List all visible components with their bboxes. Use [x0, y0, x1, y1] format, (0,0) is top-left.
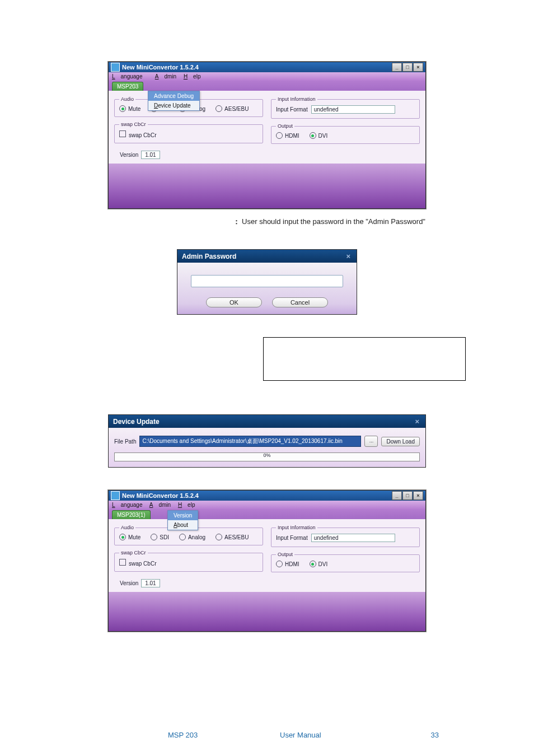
update-dialog-title: Device Update: [113, 418, 160, 426]
maximize-button[interactable]: □: [402, 63, 413, 72]
menu-item-version[interactable]: Version: [168, 511, 198, 520]
cancel-button[interactable]: Cancel: [272, 297, 328, 307]
page-footer: MSP 203 User Manual 33: [0, 731, 534, 739]
password-input[interactable]: [191, 275, 343, 287]
close-icon[interactable]: ×: [344, 252, 352, 260]
legend-output: Output: [276, 552, 294, 557]
menubar: Language Admin Help: [109, 72, 425, 81]
radio-hdmi[interactable]: HDMI: [276, 561, 299, 567]
minimize-button[interactable]: _: [392, 63, 402, 72]
radio-dvi[interactable]: DVI: [310, 132, 328, 139]
legend-swap: swap CbCr: [119, 122, 148, 127]
menu-help[interactable]: Help: [178, 502, 195, 508]
titlebar[interactable]: New MiniConvertor 1.5.2.4 _ □ ×: [109, 62, 425, 72]
footer-center: User Manual: [280, 731, 405, 739]
radio-sdi[interactable]: SDI: [151, 534, 169, 540]
value-input-format: undefined: [311, 105, 395, 114]
close-button[interactable]: ×: [413, 491, 423, 500]
radio-mute[interactable]: Mute: [119, 534, 140, 540]
menu-admin[interactable]: Admin: [155, 73, 176, 80]
app-icon: [111, 63, 120, 72]
radio-hdmi[interactable]: HDMI: [276, 132, 299, 139]
maximize-button[interactable]: □: [402, 491, 413, 500]
ok-button[interactable]: OK: [206, 297, 262, 307]
menu-language[interactable]: Language: [112, 73, 148, 80]
footer-left: MSP 203: [168, 731, 280, 739]
help-dropdown: Version About: [167, 510, 198, 530]
titlebar[interactable]: New MiniConvertor 1.5.2.4 _ □ ×: [109, 491, 425, 501]
device-update-dialog: Device Update × File Path C:\Documents a…: [108, 414, 426, 468]
legend-swap: swap CbCr: [119, 550, 148, 556]
menu-help[interactable]: Help: [184, 73, 201, 80]
window-title: New MiniConvertor 1.5.2.4: [122, 492, 199, 499]
admin-dialog-titlebar[interactable]: Admin Password ×: [177, 250, 357, 263]
app-icon: [111, 491, 120, 500]
radio-aesebu[interactable]: AES/EBU: [216, 105, 249, 112]
progress-bar: 0%: [114, 452, 420, 461]
group-output: Output HDMI DVI: [271, 123, 420, 144]
group-output: Output HDMI DVI: [271, 552, 420, 572]
menu-item-device-update[interactable]: Device Update: [148, 101, 199, 110]
caption-colon: ：: [233, 217, 240, 226]
checkbox-swap[interactable]: swap CbCr: [119, 130, 156, 138]
radio-aesebu[interactable]: AES/EBU: [216, 534, 249, 540]
menu-item-advance-debug[interactable]: Advance Debug: [148, 91, 199, 101]
group-swap: swap CbCr swap CbCr: [114, 550, 263, 572]
file-path-input[interactable]: C:\Documents and Settings\Administrator\…: [139, 436, 361, 447]
legend-audio: Audio: [119, 96, 135, 102]
menu-item-about[interactable]: About: [168, 520, 198, 530]
app-window-1: New MiniConvertor 1.5.2.4 _ □ × Language…: [108, 62, 426, 209]
group-swap: swap CbCr swap CbCr: [114, 122, 263, 143]
radio-dvi[interactable]: DVI: [310, 561, 328, 567]
browse-button[interactable]: ...: [364, 436, 378, 447]
menu-admin[interactable]: Admin: [149, 502, 171, 508]
menubar: Language Admin Help: [109, 501, 425, 509]
window-footer-gradient: [109, 164, 425, 208]
label-input-format: Input Format: [276, 106, 308, 113]
group-input-info: Input Information Input Format undefined: [271, 525, 420, 547]
radio-mute[interactable]: Mute: [119, 105, 140, 112]
tabs-row: MSP203(1) Version About: [109, 509, 425, 519]
window-title: New MiniConvertor 1.5.2.4: [122, 64, 199, 71]
checkbox-swap[interactable]: swap CbCr: [119, 559, 156, 567]
label-version: Version: [120, 580, 138, 586]
radio-analog[interactable]: Analog: [179, 534, 205, 540]
close-icon[interactable]: ×: [413, 417, 421, 426]
app-window-2: New MiniConvertor 1.5.2.4 _ □ × Language…: [108, 490, 426, 632]
label-file-path: File Path: [114, 438, 136, 445]
value-input-format: undefined: [311, 534, 395, 542]
admin-dialog-title: Admin Password: [182, 253, 236, 260]
footer-right: 33: [405, 731, 439, 739]
close-button[interactable]: ×: [413, 63, 423, 72]
tab-msp203[interactable]: MSP203: [112, 82, 143, 91]
menu-language[interactable]: Language: [112, 502, 143, 508]
legend-input-info: Input Information: [276, 96, 317, 102]
update-dialog-titlebar[interactable]: Device Update ×: [109, 415, 425, 428]
legend-input-info: Input Information: [276, 525, 317, 530]
tab-msp203-1[interactable]: MSP203(1): [112, 510, 151, 519]
download-button[interactable]: Down Load: [381, 437, 420, 446]
group-input-info: Input Information Input Format undefined: [271, 96, 420, 119]
caption-text: User should input the password in the "A…: [242, 217, 425, 226]
label-version: Version: [120, 152, 138, 158]
admin-password-dialog: Admin Password × OK Cancel: [177, 249, 357, 315]
value-version: 1.01: [141, 579, 160, 587]
legend-audio: Audio: [119, 525, 135, 530]
legend-output: Output: [276, 123, 294, 129]
window-footer-gradient: [109, 592, 425, 631]
label-input-format: Input Format: [276, 535, 308, 541]
placeholder-frame: [263, 337, 466, 381]
tabs-row: MSP203 Advance Debug Device Update: [109, 81, 425, 91]
value-version: 1.01: [141, 151, 160, 159]
admin-dropdown: Advance Debug Device Update: [148, 91, 200, 111]
progress-label: 0%: [263, 452, 270, 458]
minimize-button[interactable]: _: [392, 491, 402, 500]
